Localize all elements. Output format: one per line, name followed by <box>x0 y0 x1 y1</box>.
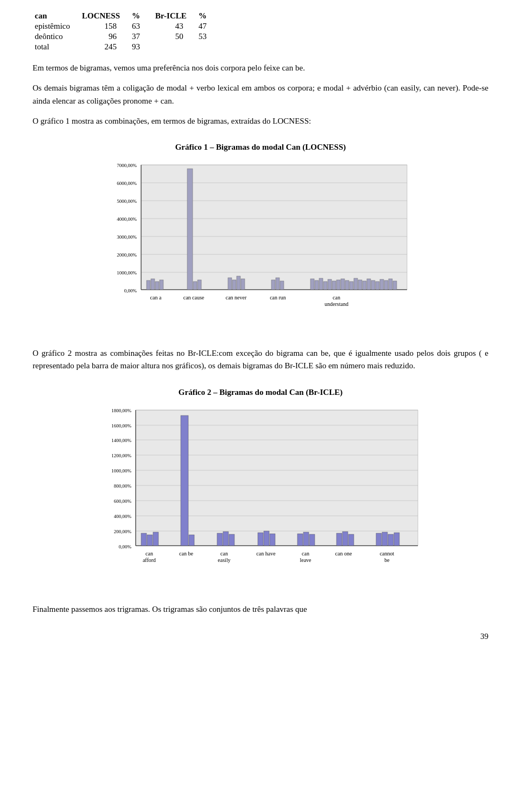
x-label: can <box>145 551 153 557</box>
x-label: can <box>333 295 340 300</box>
col-header-bricle: Br-ICLE <box>153 11 196 21</box>
cell-val: 50 <box>153 31 196 42</box>
cell-val <box>196 42 220 52</box>
col-header-pct1: % <box>130 11 153 21</box>
svg-rect-18 <box>228 278 232 290</box>
svg-rect-25 <box>310 279 314 290</box>
chart1-section: Gráfico 1 – Bigramas do modal Can (LOCNE… <box>33 143 488 330</box>
svg-rect-31 <box>336 280 340 290</box>
y-label: 0,00% <box>119 544 132 549</box>
svg-rect-66 <box>258 533 263 546</box>
y-label: 1000,00% <box>111 468 131 474</box>
svg-rect-32 <box>341 279 345 290</box>
cell-val: 158 <box>80 21 130 31</box>
cell-label: epistêmico <box>33 21 80 31</box>
svg-rect-68 <box>270 534 275 546</box>
x-label: can <box>302 551 309 557</box>
y-label: 3000,00% <box>117 234 137 240</box>
x-label: can run <box>270 295 286 300</box>
svg-rect-77 <box>388 534 393 546</box>
svg-rect-11 <box>147 280 150 290</box>
svg-rect-24 <box>280 281 284 290</box>
paragraph-5: Finalmente passemos aos trigramas. Os tr… <box>33 603 488 616</box>
svg-rect-23 <box>276 278 279 290</box>
svg-rect-76 <box>382 532 387 546</box>
svg-rect-61 <box>181 415 188 546</box>
cell-label: deôntico <box>33 31 80 42</box>
chart2-title: Gráfico 2 – Bigramas do modal Can (Br-IC… <box>33 388 488 397</box>
x-label: can be <box>179 551 193 557</box>
svg-rect-67 <box>264 531 269 546</box>
svg-rect-62 <box>189 535 194 546</box>
col-header-pct2: % <box>196 11 220 21</box>
svg-rect-15 <box>187 169 193 290</box>
chart2-container: 1800,00% 1600,00% 1400,00% 1200,00% 1000… <box>92 405 429 586</box>
svg-rect-35 <box>354 278 358 290</box>
svg-rect-59 <box>147 535 153 546</box>
y-label: 1200,00% <box>111 453 131 458</box>
cell-val: 96 <box>80 31 130 42</box>
page-number: 39 <box>33 632 488 641</box>
x-label: easily <box>218 557 230 563</box>
cell-val: 63 <box>130 21 153 31</box>
y-label: 200,00% <box>114 529 132 534</box>
data-table: can LOCNESS % Br-ICLE % epistêmico 158 6… <box>33 11 488 52</box>
svg-rect-22 <box>271 280 275 290</box>
svg-rect-58 <box>141 533 147 546</box>
svg-rect-26 <box>315 280 319 290</box>
svg-rect-30 <box>332 281 336 290</box>
svg-rect-65 <box>229 534 234 546</box>
cell-val: 53 <box>196 31 220 42</box>
y-label: 4000,00% <box>117 216 137 222</box>
x-label: afford <box>143 557 156 563</box>
table-row: total 245 93 <box>33 42 220 52</box>
svg-rect-42 <box>384 280 388 290</box>
svg-rect-72 <box>336 533 342 546</box>
svg-rect-17 <box>198 280 201 290</box>
col-header-locness: LOCNESS <box>80 11 130 21</box>
svg-rect-36 <box>358 280 362 290</box>
svg-rect-70 <box>303 532 309 546</box>
svg-rect-60 <box>153 532 158 546</box>
svg-rect-12 <box>151 279 155 290</box>
chart2-svg: 1800,00% 1600,00% 1400,00% 1200,00% 1000… <box>92 405 429 584</box>
svg-rect-27 <box>319 278 323 290</box>
svg-rect-14 <box>160 280 163 290</box>
svg-rect-13 <box>155 282 159 290</box>
x-label: can cause <box>183 295 205 300</box>
y-label: 0,00% <box>124 288 137 293</box>
x-label: can have <box>256 551 276 557</box>
svg-rect-34 <box>350 282 353 290</box>
svg-rect-69 <box>297 534 303 546</box>
svg-rect-64 <box>223 532 228 546</box>
cell-val <box>153 42 196 52</box>
cell-val: 43 <box>153 21 196 31</box>
svg-rect-73 <box>342 532 348 546</box>
svg-rect-40 <box>376 282 379 290</box>
svg-rect-37 <box>363 281 366 290</box>
y-label: 1600,00% <box>111 423 131 429</box>
y-label: 1000,00% <box>117 270 137 276</box>
svg-rect-33 <box>345 280 349 290</box>
cell-val: 93 <box>130 42 153 52</box>
y-label: 5000,00% <box>117 199 137 204</box>
chart1-title: Gráfico 1 – Bigramas do modal Can (LOCNE… <box>33 143 488 152</box>
col-header-can: can <box>33 11 80 21</box>
cell-label: total <box>33 42 80 52</box>
svg-rect-20 <box>237 276 240 290</box>
cell-val: 37 <box>130 31 153 42</box>
y-label: 1800,00% <box>111 408 131 413</box>
paragraph-4: O gráfico 2 mostra as combinações feitas… <box>33 347 488 373</box>
svg-rect-78 <box>394 533 399 546</box>
svg-rect-38 <box>367 279 371 290</box>
cell-val: 245 <box>80 42 130 52</box>
x-label: cannot <box>380 551 395 557</box>
x-label: can a <box>150 295 162 300</box>
svg-rect-39 <box>371 280 375 290</box>
x-label: can <box>220 551 228 557</box>
y-label: 800,00% <box>114 483 132 489</box>
svg-rect-0 <box>141 165 407 290</box>
svg-rect-29 <box>328 279 332 290</box>
svg-rect-44 <box>393 281 397 290</box>
y-label: 2000,00% <box>117 252 137 258</box>
